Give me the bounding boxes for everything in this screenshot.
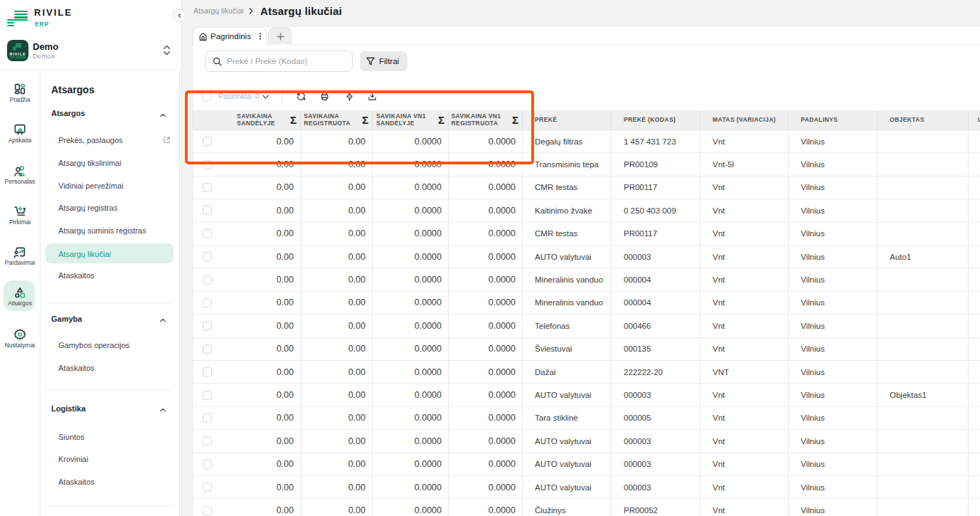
svg-text:RIVILE: RIVILE	[10, 52, 26, 56]
svg-text:ERP SISTEMA: ERP SISTEMA	[10, 56, 26, 59]
